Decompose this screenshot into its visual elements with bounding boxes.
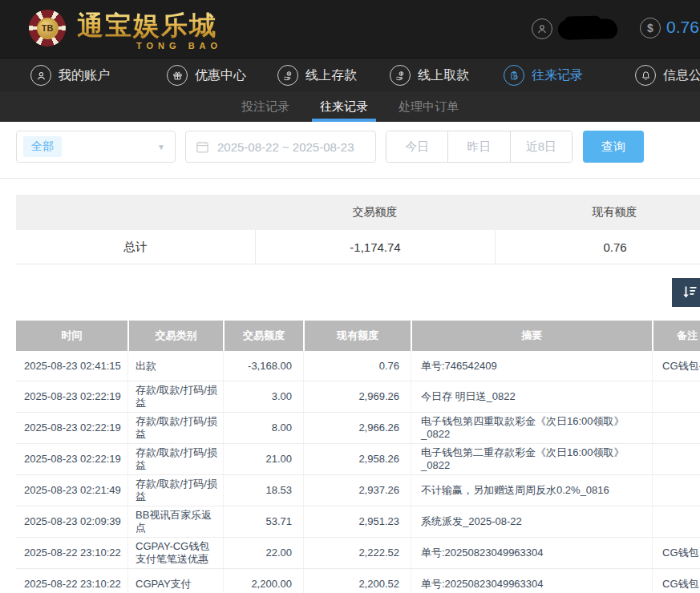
table-row: 2025-08-23 02:22:19 存款/取款/打码/损益 3.00 2,9… [16,381,700,413]
sort-descending-icon [679,283,698,302]
summary-total-label: 总计 [16,230,255,264]
tab-transaction-records[interactable]: 往来记录 [317,91,371,122]
date-range-input[interactable]: 2025-08-22 ~ 2025-08-23 [185,131,376,163]
summary-header-empty [16,195,255,230]
table-row: 2025-08-22 23:10:22 CGPAY支付 2,200.00 2,2… [16,569,700,593]
cell-time: 2025-08-22 23:10:22 [16,538,127,568]
table-row: 2025-08-23 02:22:19 存款/取款/打码/损益 21.00 2,… [16,444,700,475]
nav-item-online-withdrawal[interactable]: 线上取款 [390,58,469,92]
sort-button[interactable] [672,278,700,307]
cell-remark [652,475,700,506]
cell-remark [652,413,700,443]
cell-summary: 系统派发_2025-08-22 [411,506,652,537]
logo-chip-label: TB [37,18,59,39]
tab-pending-orders[interactable]: 处理中订单 [395,91,462,122]
user-icon [30,65,51,86]
table-row: 2025-08-23 02:09:39 BB视讯百家乐返点 53.71 2,95… [16,506,700,538]
logo[interactable]: 通宝娱乐城 TONG BAO [77,8,245,50]
cell-balance: 2,958.26 [303,444,411,474]
nav-label: 我的账户 [59,67,110,84]
cell-time: 2025-08-23 02:09:39 [16,506,127,537]
cell-remark: CG钱包 [652,569,700,593]
nav-label: 往来记录 [532,67,583,84]
summary-header-balance: 现有额度 [495,195,700,230]
top-header: TB 通宝娱乐城 TONG BAO $ 0.76R [0,0,700,58]
summary-table: 交易额度 现有额度 总计 -1,174.74 0.76 [16,195,700,264]
summary-header-amount: 交易额度 [255,195,495,230]
calendar-icon [196,140,209,154]
cell-type: CGPAY支付 [127,569,223,593]
cell-type: 存款/取款/打码/损益 [127,381,223,412]
cell-amount: 2,200.00 [223,569,303,593]
cell-type: 出款 [127,351,223,381]
quick-range-group: 今日 昨日 近8日 [386,131,573,163]
logo-chip-icon[interactable]: TB [29,10,66,46]
cell-balance: 2,969.26 [303,381,411,412]
cell-amount: 21.00 [223,444,303,474]
cell-time: 2025-08-23 02:22:19 [16,444,127,474]
nav-item-transaction-records[interactable]: 往来记录 [504,58,583,92]
date-range-value: 2025-08-22 ~ 2025-08-23 [217,140,354,154]
today-button[interactable]: 今日 [386,131,447,162]
cell-amount: -3,168.00 [223,351,303,381]
cell-summary: 电子钱包第四重取款彩金《次日16:00领取》_0822 [411,413,652,443]
main-nav: 我的账户 优惠中心 线上存款 线上取款 往来记录 [0,58,700,91]
cell-amount: 18.53 [223,475,303,506]
sub-tabs: 投注记录 往来记录 处理中订单 [0,91,700,122]
cell-summary: 电子钱包第二重存款彩金《次日16:00领取》_0822 [411,444,652,474]
col-header-time: 时间 [16,321,127,351]
table-row: 2025-08-23 02:21:49 存款/取款/打码/损益 18.53 2,… [16,475,700,506]
cell-type: BB视讯百家乐返点 [127,506,223,537]
col-header-type: 交易类别 [127,321,223,351]
summary-header-row: 交易额度 现有额度 [16,195,700,230]
deposit-icon [277,65,298,86]
query-button[interactable]: 查询 [583,131,644,163]
nav-label: 信息公告 [663,67,700,84]
records-header-row: 时间 交易类别 交易额度 现有额度 摘要 备注 [16,321,700,351]
summary-total-row: 总计 -1,174.74 0.76 [16,230,700,264]
tab-betting-records[interactable]: 投注记录 [238,91,293,122]
yesterday-button[interactable]: 昨日 [447,131,509,162]
nav-label: 优惠中心 [195,67,246,84]
cell-summary: 单号:20250823049963304 [411,569,652,593]
col-header-amount: 交易额度 [223,321,303,351]
type-select-value: 全部 [23,136,62,157]
col-header-remark: 备注 [652,321,700,351]
nav-item-announcements[interactable]: 信息公告 [635,58,700,92]
last-8-days-button[interactable]: 近8日 [510,131,572,162]
balance-amount: 0.76 [666,18,699,36]
page: TB 通宝娱乐城 TONG BAO $ 0.76R 我的账户 优惠中心 [0,0,700,593]
cell-balance: 2,951.23 [303,506,411,537]
cell-type: 存款/取款/打码/损益 [127,413,223,443]
type-select[interactable]: 全部 ▼ [16,131,176,163]
cell-summary: 单号:746542409 [411,351,652,381]
col-header-balance: 现有额度 [303,321,411,351]
cell-time: 2025-08-23 02:41:15 [16,351,127,381]
nav-item-online-deposit[interactable]: 线上存款 [277,58,357,92]
nav-item-my-account[interactable]: 我的账户 [30,58,110,92]
col-header-summary: 摘要 [411,321,652,351]
nav-label: 线上取款 [418,67,469,84]
section-divider [0,178,700,179]
withdraw-icon [390,65,411,86]
balance: 0.76R [666,18,700,37]
records-icon [504,65,524,86]
gift-icon [167,65,188,86]
nav-label: 线上存款 [305,67,357,84]
cell-balance: 0.76 [303,351,411,381]
summary-total-amount: -1,174.74 [255,230,495,264]
bell-icon [635,65,656,86]
cell-time: 2025-08-22 23:10:22 [16,569,127,593]
cell-type: CGPAY-CG钱包支付笔笔送优惠 [127,538,223,568]
cell-balance: 2,966.26 [303,413,411,443]
cell-remark [652,506,700,537]
nav-item-promotions[interactable]: 优惠中心 [167,58,246,92]
cell-remark: CG钱包-24 [652,351,700,381]
cell-time: 2025-08-23 02:21:49 [16,475,127,506]
cell-balance: 2,200.52 [303,569,411,593]
cell-remark [652,381,700,412]
cell-amount: 53.71 [223,506,303,537]
table-row: 2025-08-23 02:41:15 出款 -3,168.00 0.76 单号… [16,351,700,381]
user-avatar-icon[interactable] [532,18,552,39]
cell-type: 存款/取款/打码/损益 [127,475,223,506]
